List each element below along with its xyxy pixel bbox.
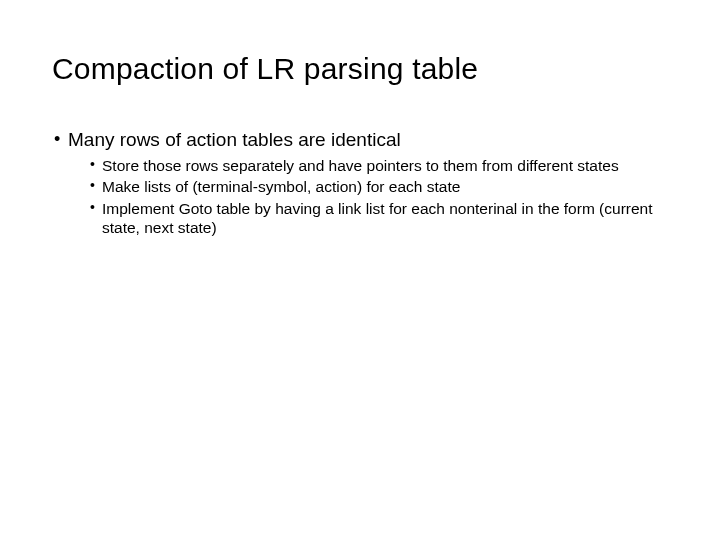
bullet-text: Store those rows separately and have poi… [102,157,619,174]
bullet-text: Implement Goto table by having a link li… [102,200,653,236]
bullet-list-level2: Store those rows separately and have poi… [68,156,668,238]
slide: Compaction of LR parsing table Many rows… [0,0,720,540]
bullet-text: Make lists of (terminal-symbol, action) … [102,178,460,195]
list-item: Many rows of action tables are identical… [52,128,668,237]
bullet-list-level1: Many rows of action tables are identical… [52,128,668,237]
slide-title: Compaction of LR parsing table [52,52,668,86]
bullet-text: Many rows of action tables are identical [68,129,401,150]
list-item: Store those rows separately and have poi… [88,156,668,175]
list-item: Make lists of (terminal-symbol, action) … [88,177,668,196]
list-item: Implement Goto table by having a link li… [88,199,668,238]
